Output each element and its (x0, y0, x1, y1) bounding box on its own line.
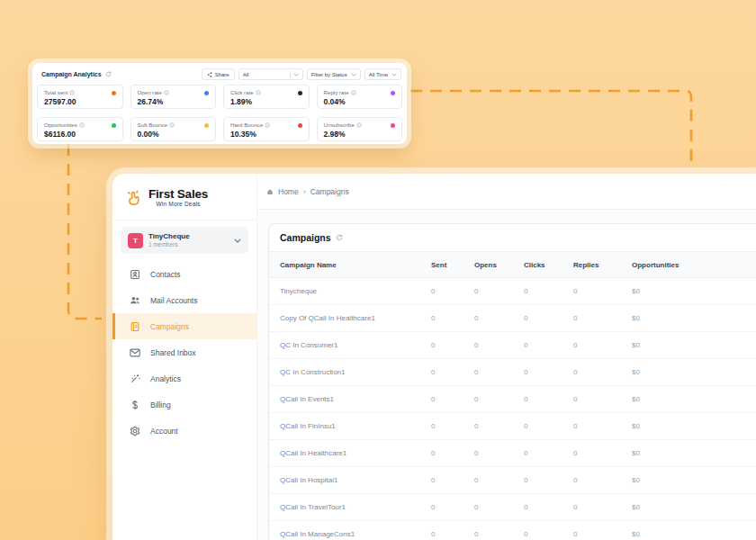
cell-sent: 0 (431, 449, 474, 457)
analytics-controls: Share All Filter by Status All Time (202, 68, 401, 80)
campaign-name-link[interactable]: Copy Of QCall In Healthcare1 (269, 314, 431, 322)
sidebar-item-label: Account (150, 427, 178, 436)
breadcrumb: Home › Campaigns (257, 174, 756, 210)
contact-card-icon (130, 269, 140, 280)
cell-opens: 0 (474, 314, 524, 322)
table-row[interactable]: QCall In FinInsu1 0 0 0 0 $0 (269, 413, 756, 440)
breadcrumb-separator: › (303, 187, 306, 196)
sidebar-item-mail-accounts[interactable]: Mail Accounts (112, 287, 256, 313)
sidebar-item-contacts[interactable]: Contacts (112, 261, 256, 287)
info-icon[interactable] (69, 90, 75, 95)
sidebar-item-campaigns[interactable]: Campaigns (112, 313, 256, 339)
metric-dot (298, 123, 302, 128)
workspace-name: TinyCheque (148, 232, 229, 241)
analytics-panel-header: Campaign Analytics Share All (32, 63, 407, 85)
campaign-filter-dropdown[interactable]: All (238, 68, 303, 80)
home-icon (266, 188, 274, 195)
sidebar-item-billing[interactable]: Billing (112, 392, 256, 418)
people-icon (130, 295, 140, 306)
campaign-name-link[interactable]: QCall In ManageCons1 (269, 530, 431, 538)
metric-value: 2.98% (324, 130, 396, 139)
metric-card-reply-rate: Reply rate 0.04% (317, 85, 403, 109)
campaign-name-link[interactable]: QCall In TravelTour1 (269, 503, 431, 511)
cell-opportunities: $0 (632, 341, 756, 349)
cell-opens: 0 (474, 341, 524, 349)
table-row[interactable]: Copy Of QCall In Healthcare1 0 0 0 0 $0 (269, 305, 756, 332)
table-row[interactable]: QC In Construction1 0 0 0 0 $0 (269, 359, 756, 386)
metric-label: Soft Bounce (138, 122, 168, 128)
info-icon[interactable] (356, 122, 362, 128)
sidebar-item-label: Shared Inbox (150, 348, 196, 357)
info-icon[interactable] (265, 122, 270, 128)
cell-clicks: 0 (524, 341, 573, 349)
time-filter-dropdown[interactable]: All Time (364, 68, 401, 80)
metric-value: 10.35% (230, 130, 302, 139)
campaign-name-link[interactable]: QCall In FinInsu1 (269, 422, 431, 430)
breadcrumb-current[interactable]: Campaigns (310, 187, 349, 196)
metric-card-opportunities: Opportunities $6116.00 (37, 117, 123, 141)
table-row[interactable]: QCall In TravelTour1 0 0 0 0 $0 (269, 494, 756, 521)
cell-opens: 0 (474, 287, 524, 295)
table-row[interactable]: QCall In Hospital1 0 0 0 0 $0 (269, 467, 756, 494)
metric-value: 0.04% (324, 97, 396, 106)
metric-card-hard-bounce: Hard Bounce 10.35% (223, 117, 310, 141)
cell-sent: 0 (431, 503, 474, 511)
logo-tagline: Win More Deals (148, 201, 208, 207)
app-window: First Sales Win More Deals T TinyCheque … (112, 174, 756, 540)
metric-card-unsubscribe: Unsubscribe 2.98% (317, 117, 403, 141)
campaign-name-link[interactable]: Tinycheque (269, 287, 431, 295)
cell-opportunities: $0 (632, 530, 756, 538)
column-header-opens: Opens (474, 261, 524, 269)
info-icon[interactable] (256, 90, 261, 95)
campaign-book-icon (130, 321, 140, 332)
sidebar-item-account[interactable]: Account (112, 418, 256, 444)
table-row[interactable]: QC In Consumer1 0 0 0 0 $0 (269, 332, 756, 359)
metric-label: Open rate (138, 89, 163, 95)
column-header-replies: Replies (573, 261, 632, 269)
campaign-name-link[interactable]: QC In Construction1 (269, 368, 431, 376)
envelope-icon (130, 347, 140, 358)
status-filter-dropdown[interactable]: Filter by Status (307, 68, 361, 80)
refresh-icon[interactable] (105, 71, 112, 77)
workspace-selector[interactable]: T TinyCheque 1 members (121, 227, 248, 254)
metric-grid: Total sent 27597.00 Open rate 26.74% Cli… (32, 85, 407, 141)
cell-sent: 0 (431, 341, 474, 349)
sidebar-item-label: Campaigns (150, 322, 189, 331)
sidebar-item-label: Billing (150, 400, 171, 410)
info-icon[interactable] (79, 122, 85, 128)
sidebar-item-shared-inbox[interactable]: Shared Inbox (112, 339, 256, 365)
cell-sent: 0 (431, 368, 474, 376)
table-row[interactable]: QCall In Healthcare1 0 0 0 0 $0 (269, 440, 756, 467)
cell-clicks: 0 (524, 287, 573, 295)
magic-wand-icon (130, 374, 140, 384)
sidebar-nav: Contacts Mail Accounts Campaigns Shared … (112, 261, 256, 444)
cell-opportunities: $0 (632, 503, 756, 511)
metric-value: 26.74% (138, 97, 210, 106)
info-icon[interactable] (169, 122, 175, 128)
campaign-name-link[interactable]: QC In Consumer1 (269, 341, 431, 349)
campaign-name-link[interactable]: QCall In Hospital1 (269, 476, 431, 484)
table-row[interactable]: QCall In Events1 0 0 0 0 $0 (269, 386, 756, 413)
cell-clicks: 0 (524, 503, 573, 511)
info-icon[interactable] (164, 90, 169, 95)
campaign-name-link[interactable]: QCall In Events1 (269, 395, 431, 403)
share-icon (207, 72, 212, 77)
table-row[interactable]: Tinycheque 0 0 0 0 $0 (269, 278, 756, 305)
cell-clicks: 0 (524, 368, 573, 376)
cell-opens: 0 (474, 449, 524, 457)
refresh-icon[interactable] (336, 234, 343, 241)
cell-opportunities: $0 (632, 395, 756, 403)
sidebar-item-analytics[interactable]: Analytics (112, 365, 256, 392)
metric-label: Total sent (44, 89, 68, 95)
table-row[interactable]: QCall In ManageCons1 0 0 0 0 $0 (269, 521, 756, 540)
cell-sent: 0 (431, 287, 474, 295)
campaign-name-link[interactable]: QCall In Healthcare1 (269, 449, 431, 457)
sidebar-item-label: Analytics (150, 374, 181, 383)
dollar-icon (130, 400, 140, 410)
info-icon[interactable] (351, 90, 356, 95)
workspace-avatar: T (128, 233, 143, 248)
main-content: Home › Campaigns Campaigns Campaign Name… (257, 174, 756, 540)
breadcrumb-home[interactable]: Home (278, 187, 299, 196)
share-button[interactable]: Share (202, 68, 235, 80)
sidebar-item-label: Contacts (150, 270, 181, 279)
